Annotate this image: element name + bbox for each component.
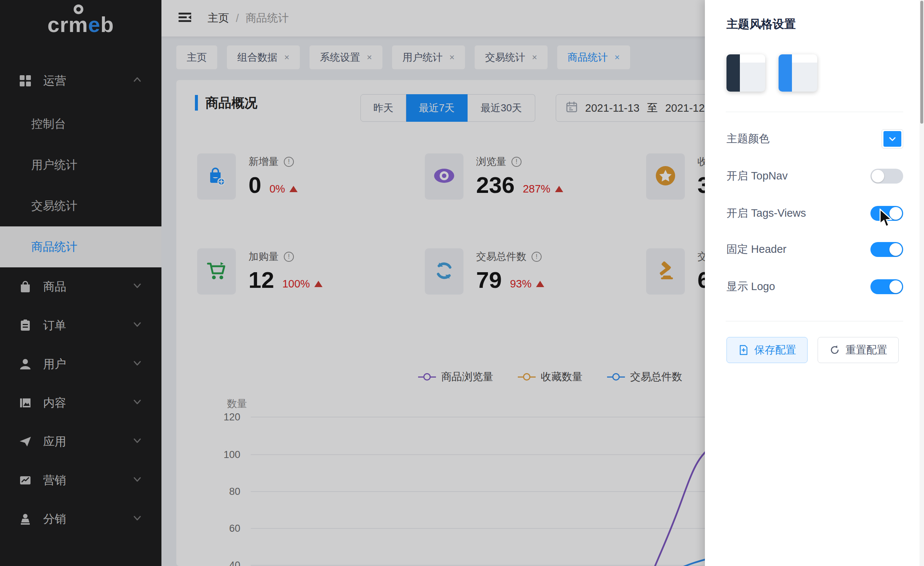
switch-label: 显示 Logo: [726, 279, 775, 294]
divider: [726, 112, 903, 112]
theme-option-blue[interactable]: [778, 54, 817, 92]
switch-row: 固定 Header: [726, 238, 903, 260]
reset-config-button[interactable]: 重置配置: [818, 337, 899, 363]
refresh-icon: [829, 345, 840, 355]
drawer-scrollbar-track: [920, 0, 924, 566]
chevron-down-icon: [888, 134, 897, 144]
toggle-开启 Tags-Views[interactable]: [870, 206, 903, 221]
toggle-knob: [890, 280, 902, 293]
switch-row: 开启 Tags-Views: [726, 202, 903, 224]
toggle-knob: [872, 170, 884, 182]
theme-color-picker[interactable]: [882, 129, 903, 149]
switch-label: 开启 TopNav: [726, 169, 788, 184]
switch-label: 固定 Header: [726, 242, 786, 257]
drawer-title: 主题风格设置: [726, 17, 796, 32]
toggle-显示 Logo[interactable]: [870, 279, 903, 294]
save-file-icon: [738, 345, 749, 355]
theme-settings-drawer: 主题风格设置 主题颜色 开启 TopNav开启 Tags-Views固定 Hea…: [705, 0, 924, 566]
switch-label: 开启 Tags-Views: [726, 206, 806, 221]
theme-color-label: 主题颜色: [726, 131, 770, 146]
switch-row: 显示 Logo: [726, 275, 903, 298]
theme-thumb-header: [792, 54, 817, 63]
theme-color-row: 主题颜色: [726, 128, 903, 150]
drawer-scrollbar-thumb[interactable]: [920, 1, 923, 123]
theme-thumb-sidebar: [726, 54, 740, 92]
theme-thumb-sidebar: [778, 54, 792, 92]
save-config-button[interactable]: 保存配置: [726, 337, 808, 363]
toggle-开启 TopNav[interactable]: [870, 169, 903, 184]
toggle-knob: [890, 207, 902, 220]
divider: [726, 321, 903, 321]
theme-option-dark[interactable]: [726, 54, 765, 92]
switch-row: 开启 TopNav: [726, 165, 903, 187]
toggle-knob: [890, 243, 902, 256]
theme-thumb-header: [740, 54, 765, 63]
toggle-固定 Header[interactable]: [870, 242, 903, 257]
